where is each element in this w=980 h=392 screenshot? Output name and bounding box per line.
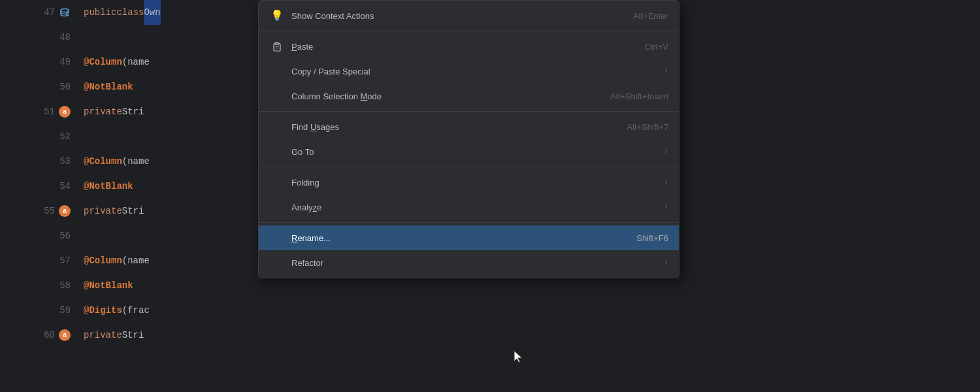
separator-1 [259, 31, 679, 31]
line-58: 58 [0, 273, 71, 298]
menu-item-analyze[interactable]: Analyze › [259, 195, 679, 220]
line-number: 59 [59, 298, 71, 323]
line-50: 50 [0, 74, 71, 99]
line-number: 47 [44, 0, 55, 25]
find-usages-shortcut: Alt+Shift+7 [627, 122, 668, 132]
bulb-icon: 💡 [269, 8, 285, 24]
rename-icon [269, 230, 285, 246]
annotation-digits-59: @Digits [84, 298, 122, 323]
analyze-arrow: › [664, 203, 668, 212]
annotation-badge-60: a [59, 329, 71, 341]
type-string-60: Stri [122, 323, 144, 348]
line-56: 56 [0, 223, 71, 248]
line-number: 49 [59, 50, 71, 74]
svg-rect-5 [274, 44, 280, 51]
db-icon [59, 7, 71, 18]
annotation-badge-51: a [59, 106, 71, 118]
annotation-notblank-50: @NotBlank [84, 74, 133, 99]
menu-item-copy-paste-special[interactable]: Copy / Paste Special › [259, 59, 679, 84]
keyword-private-55: private [84, 199, 122, 223]
paste-label: Paste [291, 42, 629, 52]
annotation-column-57: @Column [84, 248, 122, 273]
paste-icon [269, 39, 285, 54]
rename-label: Rename... [291, 233, 621, 243]
line-number: 54 [59, 174, 71, 199]
folding-label: Folding [291, 178, 659, 188]
keyword-class: class [116, 0, 144, 25]
line-number: 53 [59, 149, 71, 174]
menu-item-rename[interactable]: Rename... Shift+F6 [259, 225, 679, 250]
keyword-private-51: private [84, 99, 122, 124]
menu-item-refactor[interactable]: Refactor › [259, 250, 679, 275]
line-47: 47 [0, 0, 71, 25]
code-line-59: @Digits(frac [78, 298, 980, 323]
line-number: 56 [59, 223, 71, 248]
paste-shortcut: Ctrl+V [645, 42, 668, 52]
find-usages-label: Find Usages [291, 122, 611, 132]
menu-item-find-usages[interactable]: Find Usages Alt+Shift+7 [259, 114, 679, 139]
annotation-notblank-58: @NotBlank [84, 273, 133, 298]
menu-item-folding[interactable]: Folding › [259, 170, 679, 195]
annotation-column-53: @Column [84, 149, 122, 174]
line-53: 53 [0, 149, 71, 174]
line-60: 60 a [0, 323, 71, 348]
line-number: 48 [59, 25, 71, 50]
line-57: 57 [0, 248, 71, 273]
show-context-actions-label: Show Context Actions [291, 11, 617, 21]
separator-2 [259, 111, 679, 112]
line-number: 58 [59, 273, 71, 298]
separator-4 [259, 222, 679, 223]
line-number: 50 [59, 74, 71, 99]
context-menu: 💡 Show Context Actions Alt+Enter Paste C… [258, 0, 679, 278]
copy-paste-special-icon [269, 63, 285, 79]
refactor-arrow: › [664, 258, 668, 267]
rename-shortcut: Shift+F6 [636, 233, 668, 243]
line-59: 59 [0, 298, 71, 323]
line-49: 49 [0, 50, 71, 74]
annotation-notblank-54: @NotBlank [84, 174, 133, 199]
folding-arrow: › [664, 178, 668, 187]
analyze-label: Analyze [291, 203, 659, 212]
line-number: 57 [59, 248, 71, 273]
menu-item-column-selection-mode[interactable]: Column Selection Mode Alt+Shift+Insert [259, 84, 679, 108]
line-numbers: 47 48 49 50 51 a [0, 0, 78, 392]
line-number: 55 [44, 199, 55, 223]
copy-paste-special-label: Copy / Paste Special [291, 67, 659, 76]
copy-paste-special-arrow: › [664, 67, 668, 76]
analyze-icon [269, 199, 285, 215]
selected-class-name: Own [144, 0, 160, 25]
folding-icon [269, 174, 285, 190]
annotation-column-49: @Column [84, 50, 122, 74]
column-selection-label: Column Selection Mode [291, 91, 595, 101]
line-52: 52 [0, 124, 71, 149]
separator-3 [259, 167, 679, 167]
refactor-label: Refactor [291, 258, 659, 268]
line-48: 48 [0, 25, 71, 50]
annotation-badge-55: a [59, 205, 71, 217]
line-54: 54 [0, 174, 71, 199]
line-number: 60 [44, 323, 55, 348]
menu-item-paste[interactable]: Paste Ctrl+V [259, 34, 679, 59]
go-to-label: Go To [291, 147, 659, 157]
line-51: 51 a [0, 99, 71, 124]
code-line-60: private Stri [78, 323, 980, 348]
type-string-55: Stri [122, 199, 144, 223]
type-string-51: Stri [122, 99, 144, 124]
line-55: 55 a [0, 199, 71, 223]
refactor-icon [269, 255, 285, 270]
svg-point-0 [61, 9, 69, 12]
keyword-public: public [84, 0, 116, 25]
find-usages-icon [269, 119, 285, 135]
go-to-icon [269, 144, 285, 159]
show-context-actions-shortcut: Alt+Enter [633, 11, 668, 21]
column-selection-icon [269, 88, 285, 104]
menu-item-show-context-actions[interactable]: 💡 Show Context Actions Alt+Enter [259, 3, 679, 28]
line-number: 52 [59, 124, 71, 149]
keyword-private-60: private [84, 323, 122, 348]
go-to-arrow: › [664, 147, 668, 156]
column-selection-shortcut: Alt+Shift+Insert [610, 91, 668, 101]
menu-item-go-to[interactable]: Go To › [259, 139, 679, 164]
line-number: 51 [44, 99, 55, 124]
